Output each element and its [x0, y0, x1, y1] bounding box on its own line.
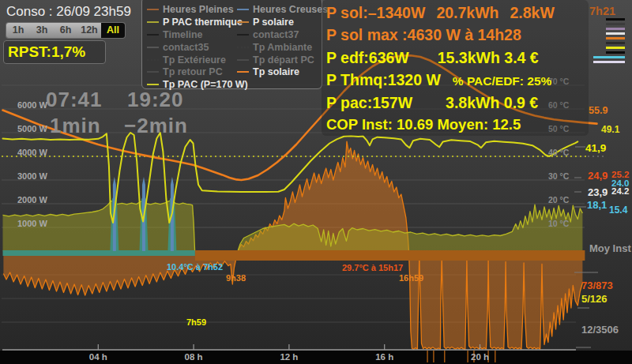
chart-legend: Heures PleinesP PAC thermiqueTimelinecon…: [141, 0, 322, 89]
legend-swatch-icon: [147, 71, 159, 73]
chart-annotation: 9h38: [226, 273, 246, 283]
time-axis-label: 16 h: [371, 352, 398, 362]
right-axis-label: 15.4: [609, 205, 627, 216]
power-axis-label: 4000 W: [17, 148, 47, 157]
legend-item-tp-retour-pc[interactable]: Tp retour PC: [146, 66, 248, 78]
stats-value: 2.8kW: [510, 4, 555, 21]
right-axis-label: 41,9: [585, 142, 606, 154]
stats-panel: P sol:–1340W20.7kWh2.8kWP sol max :4630 …: [322, 0, 589, 136]
legend-item-label: Tp Extérieure: [163, 54, 226, 66]
stats-value: 15.3kWh 3.4 €: [438, 49, 539, 66]
series-color-bar: [606, 42, 625, 44]
legend-item-heures-creuses[interactable]: Heures Creuses: [236, 3, 328, 16]
power-axis-label: 6000 W: [17, 100, 47, 110]
legend-swatch-icon: [237, 59, 249, 61]
legend-swatch-icon: [237, 9, 249, 10]
series-color-bar: [593, 56, 625, 58]
legend-item-label: Tp retour PC: [163, 66, 223, 77]
stats-value: COP Inst: 10.69: [326, 116, 433, 133]
legend-item-p-pac-thermique[interactable]: P PAC thermique: [146, 16, 248, 28]
legend-swatch-icon: [147, 47, 159, 48]
time-range-selector: 1h3h6h12hAll: [6, 23, 125, 38]
stats-value: 20.7kWh: [436, 4, 498, 21]
stats-row-6: COP Inst: 10.69Moyen: 12.5: [326, 114, 589, 136]
legend-item-heures-pleines[interactable]: Heures Pleines: [146, 3, 248, 16]
legend-swatch-icon: [147, 84, 159, 85]
series-color-bar: [606, 23, 625, 25]
right-axis-label: 55.9: [589, 105, 608, 116]
chart-annotation: 7h59: [186, 317, 206, 327]
legend-item-label: Tp PAC (P=170 W): [163, 79, 248, 90]
legend-swatch-icon: [147, 34, 159, 36]
stats-value: P edf:636W: [326, 49, 409, 66]
legend-item-tp-d-part-pc[interactable]: Tp départ PC: [236, 54, 328, 66]
range-button-6h[interactable]: 6h: [54, 23, 77, 38]
stats-row-2: P sol max :4630 W à 14h28: [326, 24, 589, 46]
series-color-bar: [606, 28, 625, 30]
legend-item-label: contact37: [253, 29, 299, 40]
time-axis-label: 04 h: [85, 352, 111, 362]
stats-value: Moyen: 12.5: [437, 116, 521, 133]
range-button-all[interactable]: All: [101, 23, 125, 38]
right-axis-label: 18,1: [587, 199, 607, 211]
temp-axis-label: 20 °C: [548, 195, 569, 205]
range-button-3h[interactable]: 3h: [30, 23, 54, 38]
right-axis-label: 12/3506: [581, 324, 619, 336]
legend-item-label: Tp départ PC: [253, 54, 314, 66]
legend-item-contact35[interactable]: contact35: [146, 41, 248, 54]
legend-item-p-solaire[interactable]: P solaire: [236, 16, 328, 28]
chart-annotation: 16h59: [399, 273, 423, 283]
right-axis-label: 23,9: [588, 186, 608, 198]
legend-item-tp-pac-p-170-w-[interactable]: Tp PAC (P=170 W): [146, 78, 248, 91]
range-button-12h[interactable]: 12h: [77, 23, 101, 38]
series-color-bar: [593, 61, 625, 63]
page-title: Conso : 26/09 23h59: [6, 4, 131, 20]
right-axis-label: 24,9: [588, 170, 608, 182]
time-marker-label: −2min: [124, 114, 188, 138]
legend-item-label: Timeline: [163, 29, 202, 40]
legend-swatch-icon: [237, 71, 249, 73]
right-axis-label: Moy Inst: [589, 242, 631, 254]
legend-item-tp-ambiante[interactable]: Tp Ambiante: [236, 41, 328, 54]
power-axis-label: 1000 W: [17, 219, 47, 228]
stats-value: % PAC/EDF: 25%: [453, 74, 551, 88]
legend-item-label: Tp Ambiante: [253, 42, 312, 53]
time-marker-label: 07:41: [46, 88, 103, 112]
temp-axis-label: 10 °C: [548, 219, 569, 228]
legend-item-tp-ext-rieure[interactable]: Tp Extérieure: [146, 54, 248, 66]
right-axis-label: 5/126: [581, 293, 608, 305]
time-marker-label: 1min: [50, 114, 101, 138]
series-color-bar: [606, 32, 625, 35]
legend-item-tp-solaire[interactable]: Tp solaire: [236, 66, 328, 78]
power-axis-label: 5000 W: [17, 124, 47, 133]
legend-item-label: P solaire: [253, 17, 294, 28]
right-axis-label: 49.1: [601, 124, 619, 135]
legend-swatch-icon: [147, 9, 159, 10]
time-marker-label: 19:20: [127, 88, 184, 112]
power-axis-label: 3000 W: [17, 171, 47, 181]
stats-row-4: P Thmq:1320 W% PAC/EDF: 25%: [326, 69, 589, 91]
legend-item-contact37[interactable]: contact37: [236, 28, 328, 41]
stats-value: P sol:–1340W: [326, 4, 425, 21]
stats-value: P pac:157W: [326, 94, 412, 111]
stats-row-3: P edf:636W15.3kWh 3.4 €: [326, 47, 589, 69]
series-color-bar: [606, 18, 625, 21]
stats-value: 3.8kWh 0.9 €: [446, 94, 538, 111]
sun-hours-label: 7h21: [589, 5, 615, 17]
legend-item-timeline[interactable]: Timeline: [146, 28, 248, 41]
range-button-1h[interactable]: 1h: [6, 23, 30, 38]
series-color-bar: [606, 37, 625, 39]
series-color-bar: [606, 51, 625, 54]
legend-item-label: P PAC thermique: [163, 17, 243, 28]
legend-item-label: Tp solaire: [253, 66, 299, 77]
temp-axis-label: 30 °C: [548, 171, 569, 181]
legend-swatch-icon: [237, 34, 249, 36]
legend-item-label: Heures Creuses: [253, 4, 328, 15]
legend-swatch-icon: [147, 59, 159, 61]
stats-row-5: P pac:157W3.8kWh 0.9 €: [326, 92, 589, 114]
legend-column: Heures PleinesP PAC thermiqueTimelinecon…: [146, 3, 248, 91]
series-color-stack: [606, 18, 625, 66]
time-axis-label: 20 h: [467, 352, 494, 362]
legend-column: Heures CreusesP solairecontact37Tp Ambia…: [236, 3, 328, 78]
time-axis-label: 12 h: [276, 352, 303, 362]
